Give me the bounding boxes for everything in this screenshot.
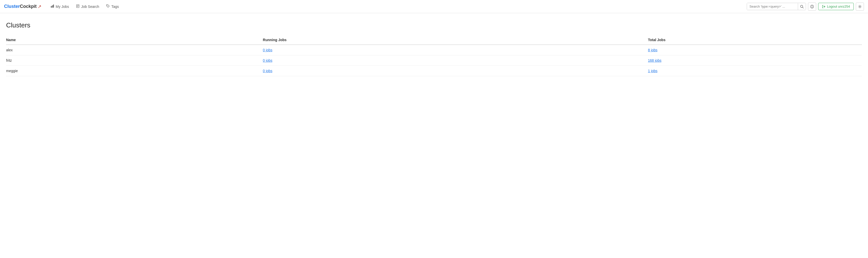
nav-item-tags[interactable]: Tags: [103, 3, 122, 10]
tag-icon: [106, 4, 110, 9]
header-right: Logout unrz254: [747, 3, 864, 11]
cluster-name: meggie: [6, 66, 263, 76]
nav-label-my-jobs: My Jobs: [56, 5, 69, 9]
search-icon: [800, 5, 804, 8]
svg-point-7: [107, 5, 107, 6]
logout-label: Logout unrz254: [827, 5, 850, 8]
cluster-name: fritz: [6, 56, 263, 66]
nav-item-my-jobs[interactable]: My Jobs: [48, 3, 72, 10]
clusters-table: Name Running Jobs Total Jobs alex0 jobs8…: [6, 35, 862, 76]
table-header-row: Name Running Jobs Total Jobs: [6, 35, 862, 45]
nav: My Jobs Job Search Tags: [48, 3, 122, 10]
total-jobs-cell: 1 jobs: [648, 66, 862, 76]
cluster-name: alex: [6, 45, 263, 56]
search-container: [747, 3, 806, 10]
nav-label-job-search: Job Search: [81, 5, 99, 9]
running-jobs-cell: 0 jobs: [263, 56, 648, 66]
svg-rect-1: [52, 5, 53, 8]
total-jobs-cell: 168 jobs: [648, 56, 862, 66]
table-header: Name Running Jobs Total Jobs: [6, 35, 862, 45]
running-jobs-link[interactable]: 0 jobs: [263, 59, 272, 63]
svg-rect-2: [53, 5, 54, 8]
logout-icon: [822, 5, 826, 8]
total-jobs-link[interactable]: 168 jobs: [648, 59, 661, 63]
table-body: alex0 jobs8 jobsfritz0 jobs168 jobsmeggi…: [6, 45, 862, 76]
running-jobs-cell: 0 jobs: [263, 45, 648, 56]
document-icon: [76, 4, 80, 9]
running-jobs-link[interactable]: 0 jobs: [263, 48, 272, 52]
main-content: Clusters Name Running Jobs Total Jobs al…: [0, 13, 868, 84]
page-title: Clusters: [6, 21, 862, 29]
running-jobs-link[interactable]: 0 jobs: [263, 69, 272, 73]
logo-cockpit-text: Cockpit: [20, 4, 37, 9]
header: ClusterCockpit ↗ My Jobs: [0, 0, 868, 13]
total-jobs-cell: 8 jobs: [648, 45, 862, 56]
nav-item-job-search[interactable]: Job Search: [73, 3, 102, 10]
col-header-running-jobs: Running Jobs: [263, 35, 648, 45]
info-icon: [810, 5, 814, 8]
svg-point-14: [859, 6, 860, 7]
logo-cluster-text: Cluster: [4, 4, 20, 9]
logo-icon: ↗: [38, 4, 41, 9]
nav-label-tags: Tags: [111, 5, 119, 9]
logout-button[interactable]: Logout unrz254: [818, 3, 854, 10]
info-button[interactable]: [808, 3, 816, 11]
search-button[interactable]: [798, 3, 806, 10]
table-row: alex0 jobs8 jobs: [6, 45, 862, 56]
gear-icon: [858, 5, 862, 8]
table-row: fritz0 jobs168 jobs: [6, 56, 862, 66]
svg-line-9: [802, 7, 803, 8]
table-row: meggie0 jobs1 jobs: [6, 66, 862, 76]
col-header-total-jobs: Total Jobs: [648, 35, 862, 45]
logo[interactable]: ClusterCockpit ↗: [4, 4, 41, 9]
svg-rect-0: [51, 6, 52, 8]
settings-button[interactable]: [856, 3, 864, 11]
col-header-name: Name: [6, 35, 263, 45]
search-input[interactable]: [747, 3, 798, 10]
running-jobs-cell: 0 jobs: [263, 66, 648, 76]
bar-chart-icon: [51, 4, 54, 9]
total-jobs-link[interactable]: 1 jobs: [648, 69, 657, 73]
svg-point-12: [812, 6, 812, 6]
total-jobs-link[interactable]: 8 jobs: [648, 48, 657, 52]
